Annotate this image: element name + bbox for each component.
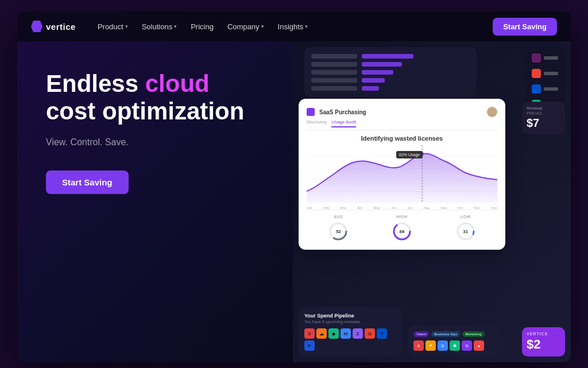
hero-title-line1: Endless <box>46 70 145 97</box>
bar-fill-2 <box>362 62 402 67</box>
hero-subtitle: View. Control. Save. <box>46 137 264 148</box>
chart-metrics: AVG 52 HIGH <box>307 210 497 242</box>
tag-bizops: Business Ops <box>431 331 460 337</box>
logo-icon <box>31 21 42 32</box>
chart-area: 82% Usage <box>307 145 497 203</box>
navbar: vertice Product ▾ Solutions ▾ Pricing Co… <box>17 11 571 41</box>
chart-card-header: SaaS Purchasing <box>307 107 497 117</box>
spend-icon-2: ☁ <box>316 328 327 339</box>
bar-label-2 <box>311 62 357 67</box>
bar-row-1 <box>311 54 470 59</box>
x-label-dec: Dec <box>491 206 497 210</box>
nav-company-label: Company <box>227 22 260 31</box>
mail-name-stub <box>544 72 558 75</box>
bar-label-1 <box>311 54 357 59</box>
bar-label-3 <box>311 70 357 75</box>
nav-cta-button[interactable]: Start Saving <box>493 18 557 36</box>
chart-card: SaaS Purchasing Discovery Usage Audit Id… <box>299 99 505 250</box>
renewal-label: Renewal <box>527 106 560 110</box>
nav-product-chevron: ▾ <box>125 24 128 29</box>
hero-title: Endless cloud cost optimization <box>46 70 264 126</box>
app-list-item-mail <box>529 67 560 80</box>
nav-pricing-label: Pricing <box>191 22 214 31</box>
vertice-amount: $2 <box>527 337 560 352</box>
spend-icon-7: T <box>377 328 387 339</box>
chart-app-logo <box>307 108 315 116</box>
nav-company-chevron: ▾ <box>261 24 264 29</box>
tag-talent: Talent <box>413 331 429 337</box>
nav-items: Product ▾ Solutions ▾ Pricing Company ▾ … <box>92 19 488 34</box>
app-list-item-trello <box>529 83 560 95</box>
spend-icon-3: ◆ <box>328 328 339 339</box>
bar-label-5 <box>311 86 357 91</box>
chart-main-title: Identifying wasted licenses <box>307 135 497 142</box>
metric-avg: AVG 52 <box>328 215 349 242</box>
hero-title-highlight: cloud <box>145 70 210 97</box>
widget-spend-pipeline: Your Spend Pipeline You have 6 upcoming … <box>299 307 402 357</box>
apps-icons: A ★ G ◉ N ♦ <box>413 340 494 351</box>
chart-tab-discovery[interactable]: Discovery <box>307 119 327 127</box>
bar-fill-4 <box>362 78 385 83</box>
main-content: Endless cloud cost optimization View. Co… <box>17 41 571 362</box>
app-list-item-slack <box>529 52 560 64</box>
bar-rows <box>311 54 470 91</box>
bar-fill-3 <box>362 70 393 75</box>
widget-bar-chart <box>304 47 477 98</box>
widget-vertice: VERTICE $2 <box>522 327 565 357</box>
nav-item-pricing[interactable]: Pricing <box>185 19 219 34</box>
x-label-oct: Oct <box>458 206 463 210</box>
widget-spend-title: Your Spend Pipeline <box>304 313 396 319</box>
nav-item-insights[interactable]: Insights ▾ <box>272 19 314 34</box>
nav-insights-chevron: ▾ <box>305 24 308 29</box>
x-label-may: May <box>374 206 380 210</box>
spend-icon-5: Z <box>353 328 363 339</box>
hero-cta-button[interactable]: Start Saving <box>46 171 129 194</box>
brand-name: vertice <box>46 22 76 32</box>
logo[interactable]: vertice <box>31 21 76 32</box>
nav-insights-label: Insights <box>278 22 304 31</box>
hero-title-line2: cost optimization <box>46 98 244 125</box>
chart-app-name: SaaS Purchasing <box>319 109 366 115</box>
tag-marketing: Marketing <box>462 331 484 337</box>
x-label-sep: Sep <box>440 206 447 210</box>
app-icon-5: N <box>462 340 472 351</box>
bar-row-2 <box>311 62 470 67</box>
bar-fill-1 <box>362 54 413 59</box>
metric-avg-value: 52 <box>336 229 341 234</box>
x-label-mar: Mar <box>340 206 346 210</box>
x-label-apr: Apr <box>357 206 362 210</box>
metric-high-label: HIGH <box>396 215 408 219</box>
app-icon-1: A <box>413 340 424 351</box>
metric-avg-label: AVG <box>334 215 343 219</box>
x-label-jan: Jan <box>307 206 312 210</box>
metric-low: LOW 31 <box>455 215 476 242</box>
nav-item-solutions[interactable]: Solutions ▾ <box>136 19 183 34</box>
spend-icon-6: G <box>365 328 375 339</box>
metric-low-value: 31 <box>463 229 468 234</box>
bar-row-5 <box>311 86 470 91</box>
x-label-jul: Jul <box>408 206 412 210</box>
app-icon-3: G <box>438 340 448 351</box>
metric-avg-ring: 52 <box>328 221 349 242</box>
mail-icon <box>532 69 541 78</box>
slack-icon <box>532 53 541 63</box>
bar-row-4 <box>311 78 470 83</box>
renewal-amount: $7 <box>527 117 560 130</box>
bar-fill-5 <box>362 86 379 91</box>
widget-renewal: Renewal PREVIO... $7 <box>522 102 565 134</box>
bar-label-4 <box>311 78 357 83</box>
spend-icon-1: S <box>304 328 315 339</box>
chart-tooltip: 82% Usage <box>396 151 423 158</box>
chart-tabs: Discovery Usage Audit <box>307 119 497 130</box>
metric-high-ring: 88 <box>392 221 412 242</box>
widget-spend-subtitle: You have 6 upcoming renewals <box>304 320 396 324</box>
nav-product-label: Product <box>98 22 123 31</box>
chart-tab-usage-audit[interactable]: Usage Audit <box>331 119 356 127</box>
metric-high-value: 88 <box>400 229 405 234</box>
x-label-jun: Jun <box>391 206 397 210</box>
nav-item-company[interactable]: Company ▾ <box>222 19 270 34</box>
renewal-prev-label: PREVIO... <box>527 111 560 115</box>
spend-icon-8: F <box>304 340 315 351</box>
nav-item-product[interactable]: Product ▾ <box>92 19 134 34</box>
metric-low-label: LOW <box>461 215 471 219</box>
